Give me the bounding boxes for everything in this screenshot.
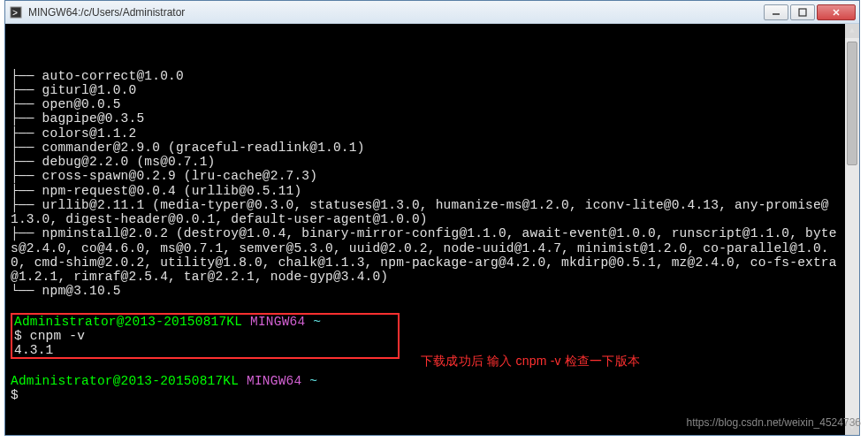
terminal-body[interactable]: ├── auto-correct@1.0.0 ├── giturl@1.0.0 … <box>5 24 859 435</box>
svg-rect-3 <box>799 9 806 16</box>
watermark: https://blog.csdn.net/weixin_4524736 <box>687 416 861 429</box>
output-line: ├── cross-spawn@0.2.9 (lru-cache@2.7.3) <box>11 169 317 183</box>
prompt-env: MINGW64 <box>250 315 305 329</box>
svg-text:>: > <box>12 9 18 19</box>
output-line: ├── colors@1.1.2 <box>11 126 136 141</box>
prompt-user: Administrator@2013-20150817KL <box>14 315 242 329</box>
maximize-button[interactable] <box>790 4 815 20</box>
scrollbar[interactable]: ▲ ▼ <box>845 24 859 435</box>
output-line: ├── npminstall@2.0.2 (destroy@1.0.4, bin… <box>11 226 837 284</box>
prompt-cursor: $ <box>11 388 19 402</box>
output-line: └── npm@3.10.5 <box>11 284 121 298</box>
command-line: $ cnpm -v <box>14 329 85 343</box>
app-icon: > <box>9 5 23 19</box>
output-line: ├── debug@2.2.0 (ms@0.7.1) <box>11 155 215 169</box>
output-line: ├── commander@2.9.0 (graceful-readlink@1… <box>11 141 365 155</box>
window-title: MINGW64:/c/Users/Administrator <box>28 6 764 19</box>
minimize-button[interactable] <box>764 4 788 20</box>
prompt-user: Administrator@2013-20150817KL <box>11 374 239 388</box>
output-line: ├── giturl@1.0.0 <box>11 83 136 97</box>
scroll-up-icon[interactable]: ▲ <box>845 24 859 38</box>
output-line: ├── auto-correct@1.0.0 <box>11 69 184 83</box>
annotation-text: 下载成功后 输入 cnpm -v 检查一下版本 <box>421 354 640 369</box>
output-line: ├── urllib@2.11.1 (media-typer@0.3.0, st… <box>11 198 829 226</box>
terminal-window: > MINGW64:/c/Users/Administrator ├── aut… <box>4 0 860 436</box>
prompt-path: ~ <box>309 374 317 388</box>
command-output: 4.3.1 <box>14 343 54 357</box>
window-buttons <box>764 4 856 20</box>
output-line: ├── open@0.0.5 <box>11 97 121 111</box>
prompt-path: ~ <box>313 315 321 329</box>
output-line: ├── npm-request@0.0.4 (urllib@0.5.11) <box>11 184 301 198</box>
highlight-box: Administrator@2013-20150817KL MINGW64 ~ … <box>11 313 400 360</box>
close-button[interactable] <box>817 4 856 20</box>
output-line: ├── bagpipe@0.3.5 <box>11 111 144 126</box>
prompt-env: MINGW64 <box>247 374 301 388</box>
scroll-thumb[interactable] <box>847 42 857 165</box>
titlebar[interactable]: > MINGW64:/c/Users/Administrator <box>5 1 859 24</box>
